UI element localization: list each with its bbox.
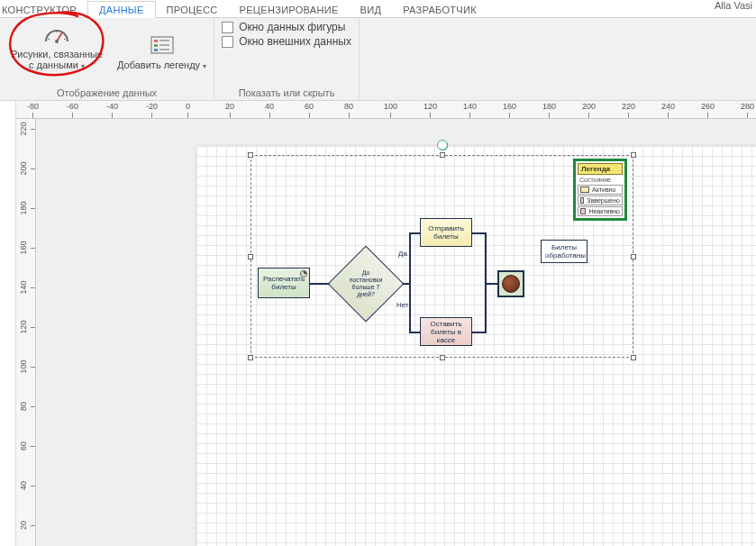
ruler-tick: 100 — [16, 362, 35, 371]
shape-print-tickets[interactable]: Распечатать билеты — [258, 268, 310, 298]
group-display-label: Отображение данных — [5, 86, 208, 98]
svg-rect-6 — [154, 40, 158, 42]
resize-handle[interactable] — [631, 355, 636, 360]
ruler-tick: 220 — [622, 101, 635, 118]
legend-item-inactive: Неактивно — [578, 206, 623, 216]
connector-label-no: Нет — [396, 301, 409, 309]
checkbox-icon — [222, 22, 233, 33]
tab-constructor[interactable]: КОНСТРУКТОР — [0, 2, 87, 17]
resize-handle[interactable] — [631, 152, 636, 158]
ruler-tick: -20 — [146, 101, 158, 118]
ruler-tick: -80 — [27, 101, 39, 118]
gauge-icon — [42, 22, 71, 47]
tab-review[interactable]: РЕЦЕНЗИРОВАНИЕ — [229, 2, 350, 17]
legend-box[interactable]: Легенда Состояние Активно Завершено Неак… — [573, 159, 627, 221]
shape-leave-tickets[interactable]: Оставить билеты в кассе — [420, 317, 472, 346]
resize-handle[interactable] — [440, 152, 445, 158]
ruler-tick: 240 — [661, 101, 675, 118]
ruler-tick: -60 — [67, 101, 78, 118]
checkbox-icon — [222, 36, 233, 48]
ribbon: Рисунки, связанные с данными ▾ Добавить … — [0, 18, 756, 101]
resize-handle[interactable] — [631, 254, 636, 259]
ribbon-group-show: Окно данных фигуры Окно внешних данных П… — [214, 18, 360, 100]
shape-label: До постановки больше 7 дней? — [339, 257, 393, 311]
checkbox-external-data-label: Окно внешних данных — [239, 35, 351, 48]
ruler-tick: 260 — [701, 101, 715, 118]
ruler-tick: 200 — [16, 164, 35, 173]
ruler-tick: 180 — [542, 101, 556, 118]
connector[interactable] — [472, 232, 485, 234]
svg-point-1 — [55, 40, 59, 43]
ruler-tick: 40 — [265, 101, 274, 118]
svg-rect-10 — [154, 49, 158, 51]
ruler-tick: 140 — [463, 101, 477, 118]
ruler-tick: 120 — [16, 323, 35, 332]
resize-handle[interactable] — [248, 152, 253, 158]
swatch-icon — [580, 187, 589, 193]
resize-handle[interactable] — [248, 355, 253, 360]
rotate-handle[interactable] — [437, 140, 448, 150]
checkbox-external-data[interactable]: Окно внешних данных — [220, 34, 353, 49]
ruler-vertical: 220200180160140120100806040200 — [16, 119, 36, 546]
add-legend-button[interactable]: Добавить легенду ▾ — [115, 20, 208, 72]
ruler-tick: 60 — [305, 101, 314, 118]
swatch-icon — [580, 208, 586, 214]
ruler-tick: 80 — [344, 101, 353, 118]
swatch-icon — [580, 197, 584, 204]
legend-subtitle: Состояние — [578, 177, 623, 184]
tab-developer[interactable]: РАЗРАБОТЧИК — [392, 2, 487, 17]
connector[interactable] — [409, 232, 420, 234]
data-graphics-button[interactable]: Рисунки, связанные с данными ▾ — [5, 20, 108, 72]
shape-label: Распечатать билеты — [260, 275, 307, 291]
shape-end[interactable] — [497, 270, 524, 297]
svg-rect-8 — [154, 44, 158, 47]
legend-icon — [148, 32, 177, 58]
shape-send-tickets[interactable]: Отправить билеты — [420, 218, 472, 247]
shape-decision[interactable]: До постановки больше 7 дней? — [339, 257, 393, 311]
drawing-page[interactable]: Да Нет Распечатать билеты До постановки … — [196, 146, 756, 546]
ruler-tick: 60 — [16, 441, 35, 450]
connector[interactable] — [472, 332, 485, 333]
resize-handle[interactable] — [440, 355, 445, 360]
ruler-tick: 0 — [186, 101, 190, 118]
legend-item-active: Активно — [578, 185, 623, 195]
ruler-tick: 160 — [503, 101, 516, 118]
add-legend-label: Добавить легенду ▾ — [117, 59, 206, 72]
ruler-tick: 280 — [741, 101, 754, 118]
canvas[interactable]: Да Нет Распечатать билеты До постановки … — [36, 119, 756, 546]
shape-note-processed[interactable]: Билеты обработаны — [541, 240, 587, 263]
resize-handle[interactable] — [248, 254, 253, 259]
ruler-tick: 200 — [582, 101, 596, 118]
group-show-label: Показать или скрыть — [220, 86, 353, 98]
connector[interactable] — [409, 332, 420, 333]
legend-item-done: Завершено — [578, 196, 623, 205]
user-name: Alla Vasi — [715, 0, 752, 11]
checkbox-shape-data[interactable]: Окно данных фигуры — [220, 20, 353, 34]
tab-view[interactable]: ВИД — [350, 2, 393, 17]
shape-label: Отправить билеты — [423, 224, 469, 241]
checkbox-shape-data-label: Окно данных фигуры — [239, 21, 345, 33]
ruler-tick: 160 — [16, 243, 35, 252]
connector[interactable] — [409, 232, 411, 333]
status-indicator-icon — [300, 270, 307, 278]
ruler-tick: 180 — [16, 204, 35, 213]
shape-label: Билеты обработаны — [545, 243, 586, 259]
ruler-tick: 20 — [16, 521, 35, 530]
tab-data[interactable]: ДАННЫЕ — [87, 1, 156, 18]
ribbon-tab-bar: КОНСТРУКТОР ДАННЫЕ ПРОЦЕСС РЕЦЕНЗИРОВАНИ… — [0, 0, 756, 18]
ruler-tick: 220 — [16, 124, 35, 133]
ribbon-group-display: Рисунки, связанные с данными ▾ Добавить … — [0, 18, 214, 100]
ruler-horizontal: -80-60-40-200204060801001201401601802002… — [16, 101, 756, 119]
svg-line-3 — [64, 39, 66, 40]
ruler-tick: 80 — [16, 402, 35, 411]
ruler-tick: 100 — [384, 101, 397, 118]
legend-title: Легенда — [578, 163, 623, 175]
tab-process[interactable]: ПРОЦЕСС — [156, 2, 229, 17]
connector[interactable] — [485, 283, 497, 285]
shapes-pane-edge[interactable] — [0, 101, 16, 546]
svg-line-2 — [48, 39, 50, 40]
shape-label: Оставить билеты в кассе — [423, 320, 469, 344]
ruler-tick: -40 — [106, 101, 118, 118]
ruler-tick: 20 — [225, 101, 234, 118]
ruler-tick: 140 — [16, 283, 35, 292]
